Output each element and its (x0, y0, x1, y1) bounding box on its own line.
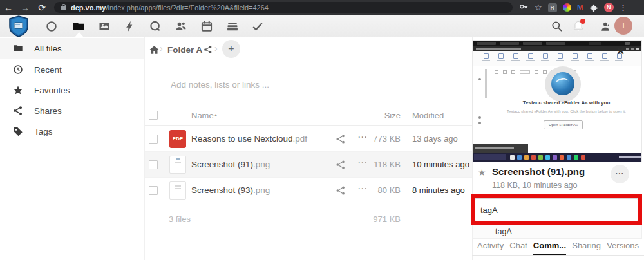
folder-icon (13, 43, 23, 53)
sidebar-item-all-files[interactable]: All files (0, 38, 144, 59)
sidebar-item-favorites[interactable]: Favorites (0, 80, 144, 100)
notes-placeholder[interactable]: Add notes, lists or links ... (171, 80, 269, 89)
sidebar-item-label: Recent (34, 65, 62, 75)
bookmark-star-icon[interactable]: ☆ (535, 3, 542, 12)
summary-file-count: 3 files (169, 214, 191, 224)
active-app-marker (75, 32, 84, 37)
nav-dashboard-icon[interactable] (45, 20, 58, 33)
file-list-summary: 3 files 971 KB (145, 203, 472, 232)
padlock-icon (61, 4, 67, 11)
nav-tasks-icon[interactable] (251, 20, 264, 33)
tag-icon (13, 126, 23, 136)
file-extension: .pdf (293, 134, 308, 144)
sort-asc-icon[interactable]: ▴ (214, 112, 217, 118)
tabs-divider (472, 255, 644, 256)
sidebar-item-label: Tags (34, 127, 53, 136)
contacts-menu-icon[interactable] (599, 20, 612, 33)
file-table-header: Name ▴ Size Modified (145, 106, 472, 126)
column-size[interactable]: Size (368, 111, 401, 120)
row-more-icon[interactable]: ⋯ (357, 157, 367, 169)
address-bar[interactable]: dcp.vo.my/index.php/apps/files/?dir=/Fol… (54, 2, 513, 13)
file-modified: 10 minutes ago (412, 160, 469, 169)
sidebar-item-shares[interactable]: Shares (0, 100, 144, 121)
select-all-checkbox[interactable] (149, 111, 158, 120)
file-modified: 8 minutes ago (412, 185, 465, 195)
details-more-button[interactable]: ⋯ (611, 165, 629, 183)
password-key-icon[interactable] (519, 3, 529, 12)
breadcrumb-shared-icon[interactable] (204, 45, 213, 54)
breadcrumb-home-icon[interactable] (149, 45, 159, 55)
row-share-icon[interactable] (336, 160, 346, 170)
browser-profile-avatar[interactable]: N (604, 3, 614, 12)
close-panel-icon[interactable]: ✕ (616, 45, 625, 57)
browser-menu-icon[interactable]: ⋮ (620, 3, 627, 12)
nav-calendar-icon[interactable] (200, 20, 213, 33)
preview-share-subtext: Testacc shared »Folder A« with you. Clic… (490, 109, 642, 113)
file-size: 118 KB (368, 160, 401, 169)
tag-input[interactable] (475, 198, 638, 221)
preview-tooltip (473, 144, 528, 153)
file-size: 773 KB (368, 134, 401, 144)
row-checkbox[interactable] (149, 186, 158, 195)
favorite-star-icon[interactable]: ★ (478, 167, 486, 178)
search-icon[interactable] (551, 20, 564, 33)
column-modified[interactable]: Modified (412, 111, 444, 120)
tag-suggestion-item[interactable]: tagA (472, 225, 642, 239)
column-name[interactable]: Name (191, 111, 214, 120)
tab-versions[interactable]: Versions (607, 239, 639, 255)
clock-icon (13, 64, 23, 75)
preview-nextcloud-logo (551, 72, 574, 95)
tab-comments[interactable]: Comm... (533, 239, 566, 255)
star-icon (13, 85, 23, 95)
annotation-highlight-box (471, 194, 642, 225)
sidebar-item-label: All files (34, 44, 62, 53)
row-checkbox[interactable] (149, 135, 158, 144)
nav-deck-icon[interactable] (226, 20, 239, 33)
user-avatar[interactable]: T (614, 17, 632, 35)
breadcrumb-folder[interactable]: Folder A (167, 45, 202, 55)
row-more-icon[interactable]: ⋯ (357, 131, 367, 143)
nav-talk-icon[interactable] (149, 20, 162, 33)
file-row-screenshot-93[interactable]: Screenshot (93).png ⋯ 80 KB 8 minutes ag… (145, 178, 472, 203)
nav-photos-icon[interactable] (98, 20, 111, 33)
image-file-thumbnail (169, 181, 186, 200)
nav-contacts-icon[interactable] (175, 20, 187, 33)
tab-activity[interactable]: Activity (477, 239, 504, 255)
browser-back-icon[interactable]: ← (0, 3, 17, 13)
extensions-puzzle-icon[interactable] (589, 3, 598, 12)
notification-dot (580, 19, 585, 24)
row-share-icon[interactable] (336, 134, 346, 144)
file-name: Screenshot (93) (191, 185, 253, 195)
summary-total-size: 971 KB (368, 214, 401, 224)
share-icon (13, 106, 23, 116)
file-size: 80 KB (368, 185, 401, 195)
app-logo-shield-icon[interactable] (7, 15, 30, 37)
file-modified: 13 days ago (412, 134, 458, 144)
nav-activity-icon[interactable] (124, 20, 137, 33)
sidebar-item-tags[interactable]: Tags (0, 121, 144, 142)
file-extension: .png (253, 160, 270, 169)
details-file-meta: 118 KB, 10 minutes ago (492, 181, 578, 190)
row-more-icon[interactable]: ⋯ (357, 183, 367, 194)
extension-m-icon[interactable]: M (577, 3, 583, 12)
extension-color-icon[interactable] (563, 3, 571, 12)
details-tabs: Activity Chat Comm... Sharing Versions (472, 239, 644, 255)
browser-toolbar: ← → ⟳ dcp.vo.my/index.php/apps/files/?di… (0, 0, 644, 15)
details-file-name: Screenshot (91).png (492, 166, 585, 177)
file-row-pdf[interactable]: PDF Reasons to use Nextcloud.pdf ⋯ 773 K… (145, 126, 472, 152)
row-checkbox[interactable] (149, 160, 158, 169)
file-row-screenshot-91[interactable]: Screenshot (91).png ⋯ 118 KB 10 minutes … (145, 152, 472, 178)
tab-sharing[interactable]: Sharing (572, 239, 601, 255)
file-name: Reasons to use Nextcloud (191, 134, 293, 144)
row-share-icon[interactable] (336, 185, 346, 196)
sidebar-item-label: Shares (34, 106, 62, 116)
extension-r-icon[interactable]: R (548, 3, 557, 12)
new-file-button[interactable]: + (222, 40, 240, 58)
tab-chat[interactable]: Chat (509, 239, 527, 255)
browser-forward-icon[interactable]: → (17, 3, 33, 13)
browser-refresh-icon[interactable]: ⟳ (33, 3, 50, 13)
file-extension: .png (253, 185, 270, 195)
sidebar-item-recent[interactable]: Recent (0, 59, 144, 80)
nav-files-icon[interactable] (72, 20, 85, 33)
breadcrumb-separator: › (214, 43, 218, 53)
